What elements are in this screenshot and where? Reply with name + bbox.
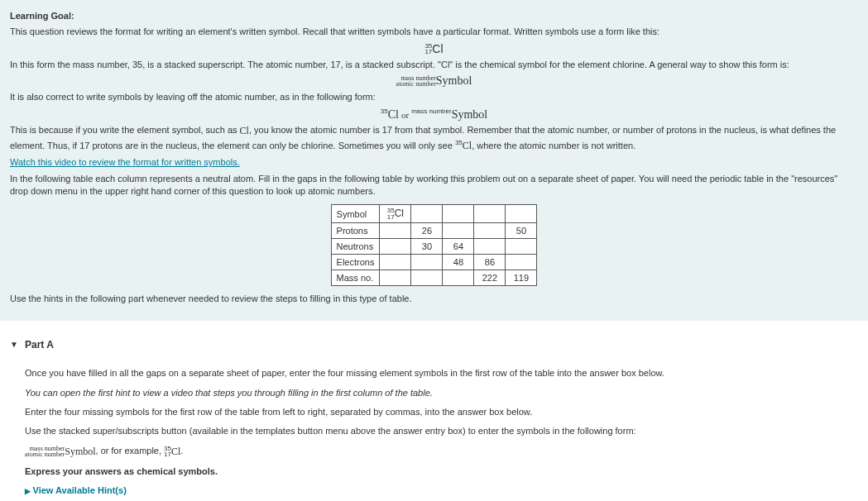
learning-goal-heading: Learning Goal: [10, 11, 74, 21]
row-electrons-label: Electrons [331, 254, 380, 270]
parta-p1: Once you have filled in all the gaps on … [25, 367, 858, 379]
learning-goal-section: Learning Goal: This question reviews the… [0, 0, 868, 321]
table-row: Neutrons 30 64 [331, 238, 537, 254]
row-massno-label: Mass no. [331, 270, 380, 285]
cl-atomic: 17 [424, 49, 432, 55]
intro-text: This question reviews the format for wri… [10, 26, 858, 38]
alt-symbol-text: Symbol [452, 107, 488, 120]
para-leave-off-atomic: It is also correct to write symbols by l… [10, 91, 858, 103]
para-mass-superscript: In this form the mass number, 35, is a s… [10, 59, 858, 71]
row-protons-label: Protons [331, 222, 380, 238]
parta-p6: Express your answers as chemical symbols… [25, 465, 858, 478]
row-neutrons-label: Neutrons [331, 238, 380, 254]
cl-symbol-text: Cl [432, 42, 443, 55]
para-table-instructions: In the following table each column repre… [10, 173, 858, 198]
parta-p2: You can open the first hint to view a vi… [25, 387, 858, 399]
symbol-cell-cl: 3517Cl [380, 205, 411, 222]
parta-p4: Use the stacked super/subscripts button … [25, 425, 858, 437]
part-a-section: Part A Once you have filled in all the g… [0, 321, 868, 501]
video-link[interactable]: Watch this video to review the format fo… [10, 157, 240, 167]
alt-or-text: or [401, 109, 409, 119]
gen-symbol-text: Symbol [436, 74, 472, 87]
part-a-header[interactable]: Part A [10, 329, 858, 360]
parta-p3: Enter the four missing symbols for the f… [25, 406, 858, 418]
table-row: Protons 26 50 [331, 222, 537, 238]
alt-mass-label: mass number [411, 107, 451, 115]
alt-form-line: 35Cl or mass numberSymbol [10, 107, 858, 122]
table-row: Mass no. 222 119 [331, 270, 537, 285]
para-explanation: This is because if you write the element… [10, 124, 858, 153]
para-use-hints: Use the hints in the following part when… [10, 293, 858, 305]
gen-atomic-label: atomic number [396, 81, 436, 87]
table-row: Symbol 3517Cl [331, 205, 537, 222]
alt-sup: 35 [381, 107, 388, 115]
general-form-symbol: mass numberatomic numberSymbol [10, 74, 858, 88]
row-symbol-label: Symbol [331, 205, 380, 222]
element-data-table: Symbol 3517Cl Protons 26 50 Neutrons 30 … [331, 204, 538, 285]
alt-cl: Cl [388, 107, 399, 120]
view-hints-link[interactable]: View Available Hint(s) [25, 485, 127, 495]
parta-p5: mass numberatomic numberSymbol, or for e… [25, 445, 858, 459]
table-row: Electrons 48 86 [331, 254, 537, 270]
cl-example-symbol: 3517Cl [10, 42, 858, 55]
